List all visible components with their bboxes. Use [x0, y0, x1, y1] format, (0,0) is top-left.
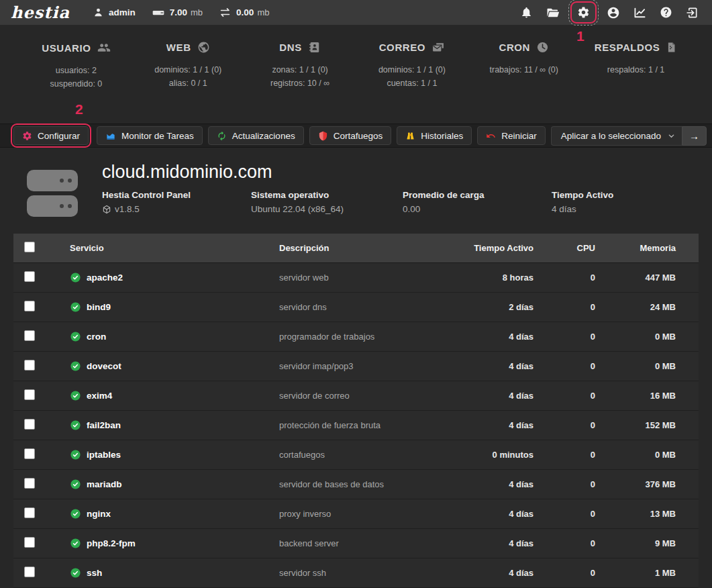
binoculars-icon [405, 131, 415, 141]
logged-in-user[interactable]: admin [93, 7, 136, 18]
chevron-down-icon [668, 132, 675, 140]
toolbar: Configurar Monitor de Tareas Actualizaci… [0, 124, 712, 148]
info-label-panel: Hestia Control Panel [102, 188, 251, 202]
disk-usage[interactable]: 7.00 mb [152, 6, 203, 19]
row-checkbox[interactable] [24, 360, 35, 371]
account-icon[interactable] [607, 6, 620, 19]
service-uptime: 4 días [436, 479, 536, 489]
row-checkbox[interactable] [24, 567, 35, 577]
cortafuegos-button[interactable]: Cortafuegos [309, 126, 392, 145]
row-checkbox[interactable] [24, 389, 35, 400]
row-checkbox[interactable] [24, 301, 35, 311]
settings-icon[interactable] [577, 6, 590, 19]
status-running-icon [70, 538, 81, 549]
service-description: servidor imap/pop3 [262, 361, 436, 371]
stat-cron[interactable]: CRON trabajos: 11 / ∞ (0) [468, 41, 580, 124]
historiales-label: Historiales [421, 131, 463, 141]
logout-icon[interactable] [685, 6, 699, 19]
service-description: servidor web [262, 273, 436, 283]
configurar-button[interactable]: Configurar [13, 126, 89, 145]
stat-respaldos-title: RESPALDOS [595, 42, 660, 53]
stat-usuario-line1: usuarios: 2 [20, 64, 132, 77]
apply-select[interactable]: Aplicar a lo seleccionado [551, 126, 682, 146]
info-label-load: Promedio de carga [403, 188, 552, 202]
service-cpu: 0 [536, 420, 598, 430]
username: admin [109, 7, 136, 17]
bell-icon[interactable] [520, 6, 533, 19]
service-cpu: 0 [536, 450, 598, 460]
server-hostname[interactable]: cloud.midominio.com [102, 161, 712, 183]
services-table: Servicio Descripción Tiempo Activo CPU M… [13, 234, 699, 588]
bandwidth-unit: mb [257, 7, 269, 17]
service-description: programador de trabajos [262, 332, 436, 342]
service-memory: 24 MB [598, 302, 699, 312]
table-row: fail2ban protección de fuerza bruta 4 dí… [13, 411, 699, 440]
gear-icon [22, 131, 32, 141]
table-row: exim4 servidor de correo 4 días 0 16 MB [13, 381, 699, 411]
service-name[interactable]: bind9 [87, 302, 111, 312]
service-memory: 16 MB [598, 391, 699, 401]
select-all-checkbox[interactable] [24, 242, 35, 252]
service-name[interactable]: exim4 [87, 391, 112, 401]
settings-highlight-ring [570, 1, 597, 23]
row-checkbox[interactable] [24, 419, 35, 430]
row-checkbox[interactable] [24, 478, 35, 489]
header-tiempo-activo[interactable]: Tiempo Activo [436, 243, 536, 253]
apply-submit-button[interactable]: → [682, 126, 707, 146]
service-name[interactable]: nginx [87, 509, 111, 519]
help-icon[interactable] [660, 6, 672, 19]
service-memory: 0 MB [598, 332, 699, 342]
service-cpu: 0 [536, 391, 598, 401]
stats-band: USUARIO usuarios: 2 suspendido: 0 WEB do… [0, 25, 712, 124]
service-description: proxy inverso [262, 509, 436, 519]
table-row: bind9 servidor dns 2 días 0 24 MB [13, 293, 699, 322]
stat-web-line1: dominios: 1 / 1 (0) [132, 63, 244, 77]
stat-web[interactable]: WEB dominios: 1 / 1 (0) alias: 0 / 1 [132, 41, 244, 124]
header-cpu[interactable]: CPU [536, 243, 598, 253]
service-name[interactable]: php8.2-fpm [87, 538, 136, 548]
service-name[interactable]: cron [87, 332, 106, 342]
configurar-label: Configurar [38, 131, 80, 141]
service-name[interactable]: iptables [87, 450, 121, 460]
topbar-icons [520, 1, 699, 23]
historiales-button[interactable]: Historiales [397, 126, 472, 145]
annotation-step-2: 2 [75, 101, 83, 117]
table-body: apache2 servidor web 8 horas 0 447 MB bi… [13, 263, 699, 588]
info-value-uptime: 4 días [552, 202, 576, 216]
stat-respaldos[interactable]: RESPALDOS respaldos: 1 / 1 [580, 41, 692, 124]
statistics-icon[interactable] [633, 6, 647, 19]
row-checkbox[interactable] [24, 537, 35, 548]
dns-book-icon [308, 41, 321, 54]
row-checkbox[interactable] [24, 330, 35, 341]
service-memory: 1 MB [598, 568, 699, 578]
file-manager-icon[interactable] [546, 6, 560, 19]
cube-icon [102, 205, 111, 214]
hestia-logo[interactable]: hestia [11, 3, 70, 22]
stat-correo[interactable]: CORREO dominios: 1 / 1 (0) cuentas: 1 / … [356, 41, 468, 124]
service-name[interactable]: apache2 [87, 273, 123, 283]
service-name[interactable]: mariadb [87, 479, 122, 489]
restart-icon [486, 131, 496, 141]
status-running-icon [70, 331, 81, 342]
service-uptime: 8 horas [436, 273, 536, 283]
row-checkbox[interactable] [24, 448, 35, 459]
header-servicio[interactable]: Servicio [56, 243, 262, 253]
actualizaciones-button[interactable]: Actualizaciones [208, 126, 304, 145]
stat-dns-title: DNS [279, 42, 301, 53]
row-checkbox[interactable] [24, 271, 35, 282]
disk-value: 7.00 [170, 7, 187, 17]
monitor-de-tareas-button[interactable]: Monitor de Tareas [97, 126, 203, 145]
monitor-de-tareas-label: Monitor de Tareas [121, 131, 194, 141]
stat-correo-title: CORREO [379, 42, 425, 53]
row-checkbox[interactable] [24, 507, 35, 518]
reiniciar-button[interactable]: Reiniciar [477, 126, 546, 145]
stat-dns[interactable]: DNS zonas: 1 / 1 (0) registros: 10 / ∞ [244, 41, 356, 124]
service-name[interactable]: dovecot [87, 361, 121, 371]
header-memoria[interactable]: Memoria [598, 243, 699, 253]
status-running-icon [70, 479, 81, 490]
service-name[interactable]: fail2ban [87, 420, 121, 430]
bandwidth-usage[interactable]: 0.00 mb [219, 6, 269, 19]
header-descripcion[interactable]: Descripción [262, 243, 436, 253]
service-name[interactable]: ssh [87, 568, 102, 578]
cortafuegos-label: Cortafuegos [334, 131, 383, 141]
